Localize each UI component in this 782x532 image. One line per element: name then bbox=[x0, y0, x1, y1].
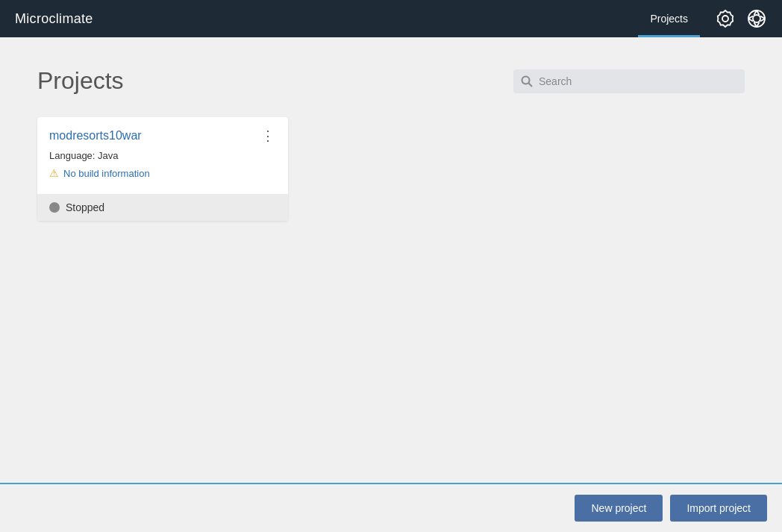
svg-point-1 bbox=[722, 16, 728, 22]
bottom-bar: New project Import project bbox=[0, 483, 782, 532]
warning-icon: ⚠ bbox=[49, 167, 59, 179]
navbar-icons bbox=[715, 8, 767, 29]
svg-point-12 bbox=[522, 76, 530, 84]
project-build-info: ⚠ No build information bbox=[49, 167, 276, 179]
status-dot bbox=[49, 202, 60, 213]
navbar: Microclimate Projects bbox=[0, 0, 782, 37]
nav-items: Projects bbox=[638, 0, 700, 37]
search-icon bbox=[521, 75, 533, 87]
project-build-info-link[interactable]: No build information bbox=[63, 168, 150, 179]
nav-item-projects-label: Projects bbox=[650, 13, 688, 25]
help-icon[interactable] bbox=[746, 8, 767, 29]
projects-grid: modresorts10war ⋮ Language: Java ⚠ No bu… bbox=[37, 117, 745, 221]
svg-point-2 bbox=[748, 10, 765, 27]
project-name-link[interactable]: modresorts10war bbox=[49, 129, 142, 142]
project-card-footer: Stopped bbox=[37, 194, 288, 221]
search-input[interactable] bbox=[513, 69, 745, 93]
page-title: Projects bbox=[37, 67, 124, 95]
project-language: Language: Java bbox=[49, 150, 276, 161]
project-card-body: modresorts10war ⋮ Language: Java ⚠ No bu… bbox=[37, 117, 288, 194]
new-project-button[interactable]: New project bbox=[575, 495, 663, 522]
settings-icon[interactable] bbox=[715, 8, 736, 29]
project-card: modresorts10war ⋮ Language: Java ⚠ No bu… bbox=[37, 117, 288, 221]
nav-item-projects[interactable]: Projects bbox=[638, 0, 700, 37]
import-project-button[interactable]: Import project bbox=[670, 495, 767, 522]
svg-marker-0 bbox=[718, 10, 733, 27]
project-menu-button[interactable]: ⋮ bbox=[257, 128, 279, 144]
svg-point-3 bbox=[753, 15, 760, 22]
app-brand: Microclimate bbox=[15, 11, 93, 27]
main-content: Projects modresorts10war ⋮ Language: Jav… bbox=[0, 37, 782, 483]
svg-line-13 bbox=[529, 83, 533, 87]
page-header: Projects bbox=[37, 67, 745, 95]
search-container bbox=[513, 69, 745, 93]
project-status: Stopped bbox=[66, 201, 104, 213]
